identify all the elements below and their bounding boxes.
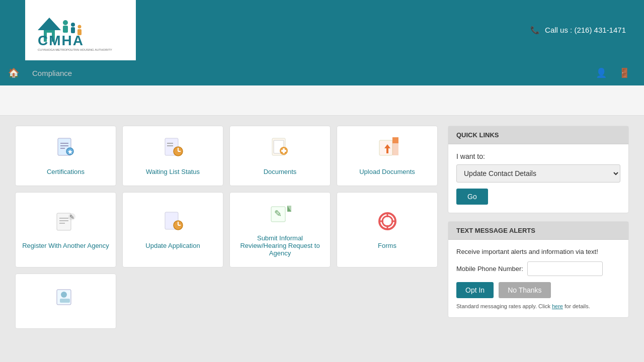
phone-input[interactable] (527, 261, 603, 276)
svg-rect-28 (281, 150, 286, 152)
tile-certifications[interactable]: ★ Certifications (15, 126, 116, 186)
svg-point-3 (63, 20, 68, 25)
tile-documents[interactable]: Documents (229, 126, 331, 186)
svg-point-55 (61, 292, 67, 298)
logout-icon[interactable]: 🚪 (615, 65, 634, 80)
navbar: 🏠 Compliance 👤 🚪 (0, 60, 644, 85)
cert-icon: ★ (55, 136, 77, 163)
call-us: 📞 Call us : (216) 431-1471 (530, 26, 629, 35)
svg-text:✎: ✎ (69, 214, 74, 221)
msg-rates-text: Standard messaging rates apply. Click he… (456, 303, 620, 309)
submit-icon: ✎ (269, 203, 291, 229)
tiles-row-3 (15, 274, 438, 329)
sub-header (0, 85, 644, 116)
logo-svg: CMHA CUYAHOGA METROPOLITAN HOUSING AUTHO… (33, 8, 128, 53)
tile-upload-documents[interactable]: Upload Documents (337, 126, 438, 186)
svg-point-49 (382, 216, 392, 226)
svg-point-5 (71, 23, 75, 27)
tile-waiting-list[interactable]: Waiting List Status (122, 126, 223, 186)
here-link[interactable]: here (552, 303, 563, 309)
svg-rect-47 (287, 206, 291, 212)
text-alerts-panel: TEXT MESSAGE ALERTS Receive important al… (448, 221, 629, 318)
i-want-label: I want to: (456, 152, 620, 160)
tiles-area: ★ Certifications Waiting List S (15, 126, 438, 329)
quick-links-header: QUICK LINKS (448, 126, 628, 144)
breadcrumb: Compliance (27, 69, 592, 77)
go-button[interactable]: Go (456, 189, 488, 205)
tiles-row-1: ★ Certifications Waiting List S (15, 126, 438, 186)
alert-description: Receive important alerts and information… (456, 248, 620, 255)
phone-row: Mobile Phone Number: (456, 261, 620, 276)
home-nav-item[interactable]: 🏠 (0, 60, 27, 85)
logo-container: CMHA CUYAHOGA METROPOLITAN HOUSING AUTHO… (25, 0, 136, 60)
main-content: ★ Certifications Waiting List S (0, 116, 644, 339)
phone-icon: 📞 (530, 26, 540, 34)
phone-label: Mobile Phone Number: (456, 265, 523, 273)
update-app-icon (162, 210, 184, 237)
quick-links-body: I want to: Update Contact Details Certif… (448, 144, 628, 213)
tile-last[interactable] (15, 274, 116, 329)
docs-icon (269, 136, 291, 163)
text-alerts-body: Receive important alerts and information… (448, 240, 628, 317)
wait-icon (162, 136, 184, 163)
svg-point-7 (78, 25, 82, 29)
logo: CMHA CUYAHOGA METROPOLITAN HOUSING AUTHO… (33, 8, 128, 53)
page-header: CMHA CUYAHOGA METROPOLITAN HOUSING AUTHO… (0, 0, 644, 60)
cert-label: Certifications (47, 168, 85, 175)
upload-label: Upload Documents (359, 168, 415, 175)
wait-label: Waiting List Status (146, 168, 200, 175)
svg-text:✎: ✎ (274, 209, 282, 219)
svg-marker-1 (38, 18, 61, 30)
text-alerts-header: TEXT MESSAGE ALERTS (448, 222, 628, 240)
register-icon: ✎ (55, 210, 77, 237)
svg-text:CUYAHOGA METROPOLITAN HOUSING : CUYAHOGA METROPOLITAN HOUSING AUTHORITY (38, 48, 112, 51)
tiles-row-2: ✎ Register With Another Agency Update Ap… (15, 192, 438, 267)
forms-icon (376, 210, 398, 237)
last-icon (55, 286, 77, 312)
svg-rect-4 (63, 26, 68, 33)
sidebar: QUICK LINKS I want to: Update Contact De… (448, 126, 629, 329)
no-thanks-button[interactable]: No Thanks (499, 282, 550, 298)
tile-submit-informal[interactable]: ✎ Submit Informal Review/Hearing Request… (229, 192, 331, 267)
register-label: Register With Another Agency (22, 242, 109, 249)
tile-register-agency[interactable]: ✎ Register With Another Agency (15, 192, 116, 267)
svg-marker-32 (392, 143, 398, 155)
docs-label: Documents (264, 168, 297, 175)
quick-links-select[interactable]: Update Contact Details Certifications Do… (456, 164, 620, 183)
update-app-label: Update Application (145, 242, 200, 249)
upload-icon (376, 136, 398, 163)
alert-buttons: Opt In No Thanks (456, 282, 620, 298)
home-icon: 🏠 (8, 67, 19, 78)
svg-rect-56 (60, 299, 70, 303)
submit-label: Submit Informal Review/Hearing Request t… (235, 234, 325, 257)
tile-forms[interactable]: Forms (337, 192, 438, 267)
svg-text:★: ★ (68, 149, 73, 155)
forms-label: Forms (378, 242, 396, 249)
svg-rect-31 (392, 137, 398, 143)
user-icon[interactable]: 👤 (592, 65, 611, 80)
svg-text:CMHA: CMHA (38, 33, 84, 48)
opt-in-button[interactable]: Opt In (456, 282, 494, 298)
nav-icons: 👤 🚪 (592, 65, 644, 80)
tile-update-application[interactable]: Update Application (122, 192, 223, 267)
quick-links-panel: QUICK LINKS I want to: Update Contact De… (448, 126, 629, 213)
